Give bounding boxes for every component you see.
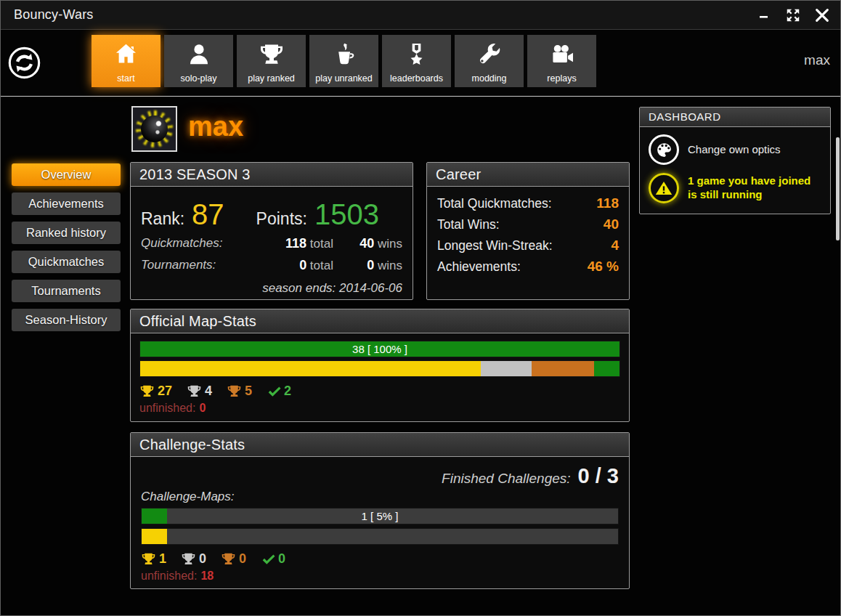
career-row: Total Wins: 40 xyxy=(437,216,619,232)
sidebar: Overview Achievements Ranked history Qui… xyxy=(12,163,121,338)
silver-count: 4 xyxy=(187,384,212,399)
minimize-button[interactable] xyxy=(753,4,775,26)
challenge-unfinished: unfinished:18 xyxy=(141,570,619,583)
unfinished-label: unfinished: xyxy=(141,570,197,582)
app-window: Bouncy-Wars xyxy=(0,0,841,616)
career-label: Total Wins: xyxy=(437,217,500,232)
points-label: Points: xyxy=(256,209,307,229)
avatar xyxy=(131,106,177,152)
silver-count-value: 4 xyxy=(205,384,212,399)
coffee-icon xyxy=(309,35,378,73)
sidebar-item-season-history[interactable]: Season-History xyxy=(12,309,121,331)
dashboard-item-text: 1 game you have joined is still running xyxy=(688,174,821,202)
trophy-gold-icon xyxy=(139,384,155,399)
career-panel-title: Career xyxy=(427,163,629,187)
trophy-bronze-icon xyxy=(221,551,236,567)
bronze-count-value: 5 xyxy=(245,384,252,399)
dashboard-item-running-game[interactable]: 1 game you have joined is still running xyxy=(649,173,821,203)
username: max xyxy=(804,52,830,68)
career-row: Total Quickmatches: 118 xyxy=(437,195,619,211)
minimize-icon xyxy=(758,9,770,21)
refresh-button[interactable] xyxy=(7,46,41,80)
person-icon xyxy=(164,35,233,73)
challenge-stats-panel: Challenge-Stats Finished Challenges: 0 /… xyxy=(130,432,630,589)
tournaments-wins: 0 wins xyxy=(333,258,402,273)
silver-segment xyxy=(481,361,531,376)
unfinished-label: unfinished: xyxy=(139,402,195,414)
rank-value: 87 xyxy=(192,200,224,229)
nav-button-start[interactable]: start xyxy=(92,35,161,87)
challenge-panel-title: Challenge-Stats xyxy=(131,433,629,457)
nav-button-replays[interactable]: replays xyxy=(527,35,596,87)
check-icon xyxy=(267,384,281,399)
maximize-button[interactable] xyxy=(782,4,804,26)
nav-button-play-ranked[interactable]: play ranked xyxy=(237,35,306,87)
season-panel: 2013 SEASON 3 Rank: 87 Points: 1503 Quic… xyxy=(130,162,413,300)
nav-button-modding[interactable]: modding xyxy=(455,35,524,87)
finished-segment xyxy=(594,361,619,376)
finished-count-value: 0 xyxy=(278,551,285,567)
career-label: Longest Win-Streak: xyxy=(437,238,553,254)
finished-count: 0 xyxy=(261,551,285,567)
dashboard-panel-title: DASHBOARD xyxy=(640,108,830,127)
maps-total-bar-label: 38 [ 100% ] xyxy=(140,341,619,357)
camera-icon xyxy=(527,35,596,73)
nav-label: play unranked xyxy=(315,73,373,84)
nav-button-play-unranked[interactable]: play unranked xyxy=(309,35,378,87)
career-value: 118 xyxy=(596,195,619,211)
quickmatches-total: 118 total xyxy=(250,236,333,251)
rank-label: Rank: xyxy=(141,209,184,229)
wrench-icon xyxy=(455,35,524,73)
wins-suffix: wins xyxy=(374,259,402,272)
close-button[interactable] xyxy=(811,4,833,26)
home-icon xyxy=(92,35,161,73)
scrollbar-thumb[interactable] xyxy=(836,137,840,240)
palette-icon xyxy=(649,134,679,165)
maximize-icon xyxy=(785,7,801,23)
challenge-progress-bar: 1 [ 5% ] xyxy=(141,508,619,524)
finished-challenges-row: Finished Challenges: 0 / 3 xyxy=(141,466,619,487)
tournaments-total: 0 total xyxy=(250,258,333,273)
finished-challenges-value: 0 / 3 xyxy=(578,466,619,487)
map-stats-panel: Official Map-Stats 38 [ 100% ] 27 4 xyxy=(130,309,630,422)
gold-count-value: 1 xyxy=(159,551,166,567)
sidebar-item-overview[interactable]: Overview xyxy=(12,163,121,186)
dashboard-panel: DASHBOARD Change own optics 1 game you h… xyxy=(639,107,831,214)
challenge-counts-row: 1 0 0 0 xyxy=(141,551,619,567)
check-icon xyxy=(261,552,275,567)
finished-count: 2 xyxy=(267,384,291,399)
gold-count-value: 27 xyxy=(158,384,172,399)
sidebar-item-ranked-history[interactable]: Ranked history xyxy=(12,222,121,244)
maps-total-bar: 38 [ 100% ] xyxy=(139,341,620,357)
maps-breakdown-bar xyxy=(139,360,620,377)
refresh-icon xyxy=(7,46,41,80)
nav-button-solo-play[interactable]: solo-play xyxy=(164,35,233,87)
career-label: Achievements: xyxy=(437,259,521,275)
close-icon xyxy=(814,7,830,23)
quickmatches-total-value: 118 xyxy=(285,236,306,251)
season-ends: season ends: 2014-06-06 xyxy=(141,281,402,296)
bronze-count: 5 xyxy=(227,384,252,399)
avatar-ball xyxy=(141,115,168,142)
sidebar-item-tournaments[interactable]: Tournaments xyxy=(12,280,121,302)
nav-bar: start solo-play play ranked xyxy=(1,31,840,97)
finished-count-value: 2 xyxy=(284,384,291,399)
nav-label: replays xyxy=(547,73,576,84)
nav-button-leaderboards[interactable]: leaderboards xyxy=(382,35,451,87)
medal-icon xyxy=(382,35,451,73)
challenge-gold-fill xyxy=(142,529,167,544)
silver-count: 0 xyxy=(181,551,206,567)
warning-icon xyxy=(649,173,679,203)
career-row: Longest Win-Streak: 4 xyxy=(437,238,619,254)
tournaments-label: Tournaments: xyxy=(141,258,250,273)
points-value: 1503 xyxy=(314,200,379,229)
dashboard-item-change-optics[interactable]: Change own optics xyxy=(649,134,821,165)
maps-counts-row: 27 4 5 2 xyxy=(139,384,620,399)
sidebar-item-quickmatches[interactable]: Quickmatches xyxy=(12,251,121,273)
career-row: Achievements: 46 % xyxy=(437,259,619,275)
sidebar-item-achievements[interactable]: Achievements xyxy=(12,192,121,215)
finished-challenges-label: Finished Challenges: xyxy=(442,471,570,487)
window-controls xyxy=(753,1,833,30)
season-panel-title: 2013 SEASON 3 xyxy=(131,163,413,187)
trophy-bronze-icon xyxy=(227,384,242,399)
